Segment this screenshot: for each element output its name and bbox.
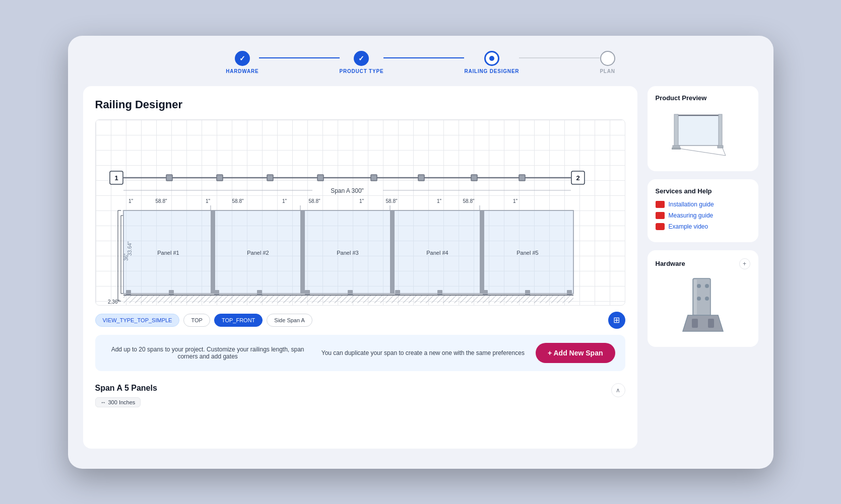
grid-toggle-button[interactable]: ⊞ [608,312,625,329]
step-label-hardware: HARDWARE [226,68,258,74]
page-title: Railing Designer [95,98,625,111]
svg-text:1: 1 [114,174,118,182]
svg-rect-54 [257,290,262,295]
collapse-button[interactable]: ∧ [611,383,625,397]
svg-rect-52 [169,290,174,295]
right-panel: Product Preview [648,86,758,449]
svg-rect-86 [694,279,697,315]
svg-rect-6 [217,175,223,181]
add-new-span-button[interactable]: + Add New Span [536,343,615,363]
svg-text:1": 1" [128,198,134,204]
svg-marker-83 [683,315,723,331]
span-panel-count: 5 Panels [124,384,157,392]
svg-text:58.8": 58.8" [232,198,243,204]
svg-text:Panel #1: Panel #1 [157,250,179,256]
step-line-2 [383,57,464,58]
svg-text:Span A 300": Span A 300" [331,187,364,194]
hardware-svg [678,276,728,336]
pdf-icon-installation [656,201,665,208]
svg-rect-53 [214,290,219,295]
view-btn-side-span-a[interactable]: Side Span A [267,314,312,327]
ruler-icon: ↔ [101,399,106,405]
svg-line-76 [679,149,726,156]
installation-guide-label: Installation guide [669,201,714,208]
svg-text:1": 1" [437,198,442,204]
svg-rect-10 [418,175,424,181]
svg-rect-61 [567,290,572,295]
svg-rect-50 [480,210,484,294]
svg-text:58.8": 58.8" [308,198,320,204]
svg-rect-5 [166,175,172,181]
measuring-guide-label: Measuring guide [669,212,714,219]
step-hardware[interactable]: ✓ HARDWARE [226,51,258,74]
svg-rect-60 [525,290,530,295]
svg-rect-55 [305,290,310,295]
step-circle-railing-designer [484,51,499,66]
example-video-label: Example video [669,223,708,230]
youtube-icon-video [656,223,665,230]
product-preview-svg [670,110,736,161]
svg-point-81 [697,297,701,301]
svg-text:Panel #2: Panel #2 [247,250,269,256]
svg-rect-11 [471,175,477,181]
product-preview-card: Product Preview [648,86,758,171]
span-badge: ↔ 300 Inches [95,397,141,407]
svg-rect-49 [390,210,395,294]
view-btn-top-simple[interactable]: VIEW_TYPE_TOP_SIMPLE [95,314,180,327]
grid-icon: ⊞ [613,315,620,325]
hardware-card: Hardware + [648,250,758,347]
step-circle-product-type: ✓ [354,51,369,66]
svg-rect-63 [123,295,573,303]
step-product-type[interactable]: ✓ PRODUCT TYPE [340,51,384,74]
expand-hardware-button[interactable]: + [739,258,750,269]
service-item-measuring[interactable]: Measuring guide [656,212,750,219]
product-preview-image [656,108,750,163]
step-plan[interactable]: PLAN [600,51,615,74]
svg-rect-59 [483,290,488,295]
svg-rect-51 [126,290,131,295]
svg-point-80 [705,284,709,288]
main-layout: Railing Designer 1 2 [83,86,758,449]
svg-rect-12 [519,175,525,181]
step-label-product-type: PRODUCT TYPE [340,68,384,74]
svg-rect-9 [371,175,377,181]
hardware-image [656,273,750,339]
step-circle-hardware: ✓ [235,51,250,66]
step-label-plan: PLAN [600,68,615,74]
span-title-bold: Span A [95,384,122,392]
svg-text:58.8": 58.8" [385,198,397,204]
svg-text:Panel #4: Panel #4 [426,250,448,256]
svg-text:2: 2 [576,174,579,182]
svg-rect-58 [437,290,442,295]
svg-rect-56 [348,290,353,295]
step-line-1 [259,57,340,58]
svg-text:Panel #3: Panel #3 [337,250,358,256]
svg-text:1": 1" [282,198,287,204]
step-railing-designer[interactable]: RAILING DESIGNER [464,51,519,74]
service-item-installation[interactable]: Installation guide [656,201,750,208]
svg-rect-84 [692,319,698,328]
span-badge-value: 300 Inches [108,399,136,405]
svg-rect-69 [675,115,721,146]
svg-rect-74 [719,114,722,147]
svg-rect-71 [674,114,678,147]
svg-text:58.8": 58.8" [155,198,167,204]
chevron-up-icon: ∧ [616,387,620,394]
view-buttons-row: VIEW_TYPE_TOP_SIMPLE TOP TOP_FRONT Side … [95,312,625,329]
svg-point-79 [697,284,701,288]
svg-text:58.8": 58.8" [463,198,474,204]
svg-point-82 [705,297,709,301]
view-btn-top[interactable]: TOP [183,314,210,327]
service-item-video[interactable]: Example video [656,223,750,230]
span-title: Span A 5 Panels [95,384,157,393]
step-circle-plan [600,51,615,66]
info-text-1: Add up to 20 spans to your project. Cust… [105,346,310,360]
services-title: Services and Help [656,187,750,195]
view-btn-top-front[interactable]: TOP_FRONT [214,314,263,327]
span-info-section: Span A 5 Panels ∧ ↔ 300 Inches [95,379,625,407]
svg-text:Panel #5: Panel #5 [516,250,538,256]
services-card: Services and Help Installation guide Mea… [648,179,758,242]
railing-svg: 1 2 Span A 300" [96,120,625,305]
info-bar: Add up to 20 spans to your project. Cust… [95,335,625,371]
svg-text:1": 1" [206,198,211,204]
